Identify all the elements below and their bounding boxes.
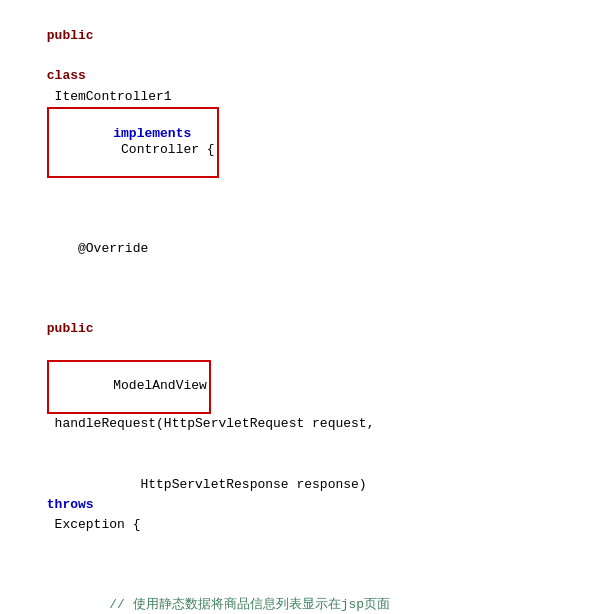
code-line-2 [0, 198, 593, 218]
code-editor: public class ItemController1 implements … [0, 0, 593, 614]
code-line-6 [0, 555, 593, 575]
keyword-public2: public [47, 321, 94, 336]
keyword-implements: implements [113, 126, 191, 141]
keyword-public: public [47, 28, 94, 43]
code-line-5: HttpServletResponse response) throws Exc… [0, 454, 593, 555]
code-line-7: // 使用静态数据将商品信息列表显示在jsp页面 [0, 575, 593, 614]
code-line-4: public ModelAndView handleRequest(HttpSe… [0, 279, 593, 455]
code-line-3: @Override [0, 219, 593, 279]
keyword-throws: throws [47, 497, 94, 512]
code-line-1: public class ItemController1 implements … [0, 6, 593, 198]
keyword-class: class [47, 68, 86, 83]
